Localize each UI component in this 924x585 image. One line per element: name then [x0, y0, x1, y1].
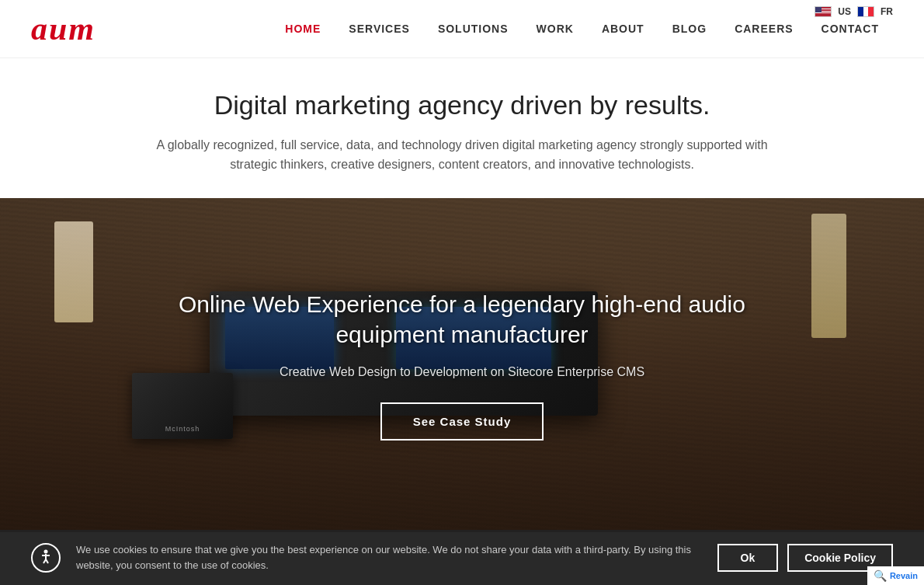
nav-home[interactable]: HOME	[271, 0, 335, 58]
us-lang-label[interactable]: US	[838, 6, 851, 17]
cookie-banner: We use cookies to ensure that we give yo…	[0, 530, 924, 532]
lang-switcher: US FR	[815, 6, 893, 17]
case-title: Online Web Experience for a legendary hi…	[171, 289, 753, 350]
main-nav: HOME SERVICES SOLUTIONS WORK ABOUT BLOG …	[271, 0, 893, 58]
see-case-study-button[interactable]: See Case Study	[380, 402, 544, 440]
header: US FR aum HOME SERVICES SOLUTIONS WORK A…	[0, 0, 924, 58]
hero-text-section: Digital marketing agency driven by resul…	[0, 58, 924, 198]
site-logo[interactable]: aum	[31, 10, 96, 47]
nav-about[interactable]: ABOUT	[588, 0, 658, 58]
page-headline: Digital marketing agency driven by resul…	[78, 89, 846, 121]
us-flag-icon	[815, 6, 832, 17]
nav-careers[interactable]: CAREERS	[721, 0, 807, 58]
nav-blog[interactable]: BLOG	[658, 0, 721, 58]
case-subtitle: Creative Web Design to Development on Si…	[280, 365, 644, 379]
hero-image-section: Online Web Experience for a legendary hi…	[0, 198, 924, 532]
fr-flag-icon	[857, 6, 874, 17]
nav-solutions[interactable]: SOLUTIONS	[424, 0, 523, 58]
nav-services[interactable]: SERVICES	[335, 0, 424, 58]
hero-overlay-content: Online Web Experience for a legendary hi…	[0, 198, 924, 532]
page-subheadline: A globally recognized, full service, dat…	[151, 135, 773, 175]
fr-lang-label[interactable]: FR	[881, 6, 893, 17]
nav-work[interactable]: WORK	[523, 0, 588, 58]
